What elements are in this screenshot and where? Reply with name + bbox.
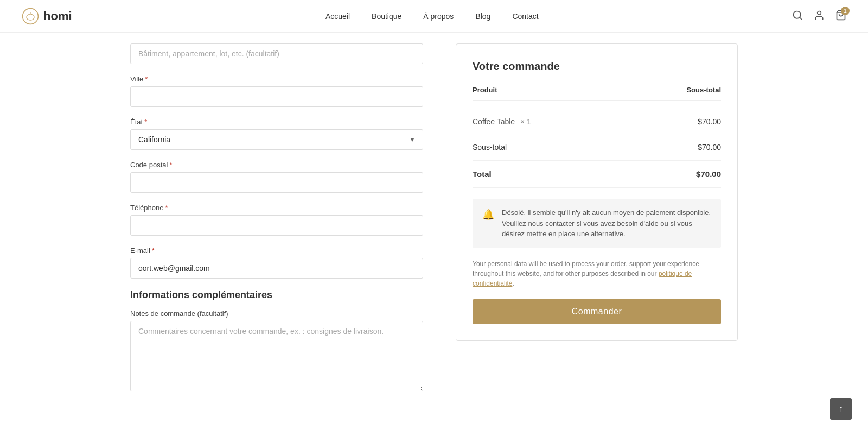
subtotal-header: Sous-total	[686, 86, 721, 94]
back-to-top-button[interactable]: ↑	[830, 398, 852, 415]
nav-apropos[interactable]: À propos	[423, 12, 454, 21]
building-input[interactable]	[130, 43, 423, 64]
logo-text: homi	[43, 9, 72, 23]
subtotal-label: Sous-total	[473, 143, 507, 151]
cart-badge: 1	[841, 7, 850, 15]
state-group: État* California New York Texas Florida …	[130, 118, 423, 150]
state-select[interactable]: California New York Texas Florida	[130, 129, 423, 150]
notes-label: Notes de commande (facultatif)	[130, 309, 423, 318]
nav-contact[interactable]: Contact	[512, 12, 538, 21]
city-label: Ville*	[130, 75, 423, 83]
product-name: Coffee Table	[473, 117, 515, 126]
order-subtotal-row: Sous-total $70.00	[473, 134, 721, 161]
account-icon[interactable]	[814, 10, 825, 22]
product-qty: × 1	[520, 117, 531, 126]
checkout-form: Ville* État* California New York Texas F…	[130, 43, 423, 404]
additional-info-section: Informations complémentaires Notes de co…	[130, 289, 423, 393]
header-actions: 1	[792, 10, 846, 22]
logo[interactable]: homi	[22, 8, 72, 25]
subtotal-value: $70.00	[698, 143, 721, 151]
order-box: Votre commande Produit Sous-total Coffee…	[456, 43, 738, 341]
state-select-wrapper: California New York Texas Florida ▼	[130, 129, 423, 150]
nav-accueil[interactable]: Accueil	[326, 12, 350, 21]
total-value: $70.00	[696, 169, 721, 179]
product-price: $70.00	[698, 117, 721, 126]
main-nav: Accueil Boutique À propos Blog Contact	[326, 12, 539, 21]
additional-info-title: Informations complémentaires	[130, 289, 423, 301]
email-input[interactable]	[130, 258, 423, 279]
header: homi Accueil Boutique À propos Blog Cont…	[0, 0, 868, 33]
nav-blog[interactable]: Blog	[475, 12, 490, 21]
email-label: E-mail*	[130, 247, 423, 255]
svg-point-1	[27, 14, 34, 20]
postal-group: Code postal*	[130, 161, 423, 193]
svg-point-5	[818, 11, 821, 15]
logo-icon	[22, 8, 39, 25]
order-header-row: Produit Sous-total	[473, 86, 721, 101]
privacy-text: Your personal data will be used to proce…	[473, 259, 721, 288]
notes-textarea[interactable]	[130, 321, 423, 391]
bell-icon: 🔔	[482, 208, 494, 220]
phone-label: Téléphone*	[130, 204, 423, 212]
building-group	[130, 43, 423, 64]
order-title: Votre commande	[473, 60, 721, 73]
payment-notice: 🔔 Désolé, il semble qu'il n'y ait aucun …	[473, 199, 721, 248]
order-total-row: Total $70.00	[473, 161, 721, 188]
arrow-up-icon: ↑	[839, 404, 843, 414]
main-content: Ville* État* California New York Texas F…	[108, 33, 760, 415]
cart-icon[interactable]: 1	[835, 10, 846, 22]
phone-input[interactable]	[130, 215, 423, 236]
search-icon[interactable]	[792, 10, 803, 22]
city-group: Ville*	[130, 75, 423, 107]
state-label: État*	[130, 118, 423, 126]
order-button[interactable]: Commander	[473, 299, 721, 324]
order-product-info: Coffee Table × 1	[473, 117, 531, 126]
notice-text: Désolé, il semble qu'il n'y ait aucun mo…	[502, 207, 711, 239]
postal-input[interactable]	[130, 172, 423, 193]
city-input[interactable]	[130, 86, 423, 107]
svg-line-4	[800, 17, 802, 20]
svg-point-0	[23, 8, 39, 24]
email-group: E-mail*	[130, 247, 423, 279]
total-label: Total	[473, 169, 492, 179]
order-product-row: Coffee Table × 1 $70.00	[473, 110, 721, 134]
postal-label: Code postal*	[130, 161, 423, 169]
phone-group: Téléphone*	[130, 204, 423, 236]
product-header: Produit	[473, 86, 497, 94]
nav-boutique[interactable]: Boutique	[372, 12, 401, 21]
order-summary: Votre commande Produit Sous-total Coffee…	[456, 43, 738, 404]
